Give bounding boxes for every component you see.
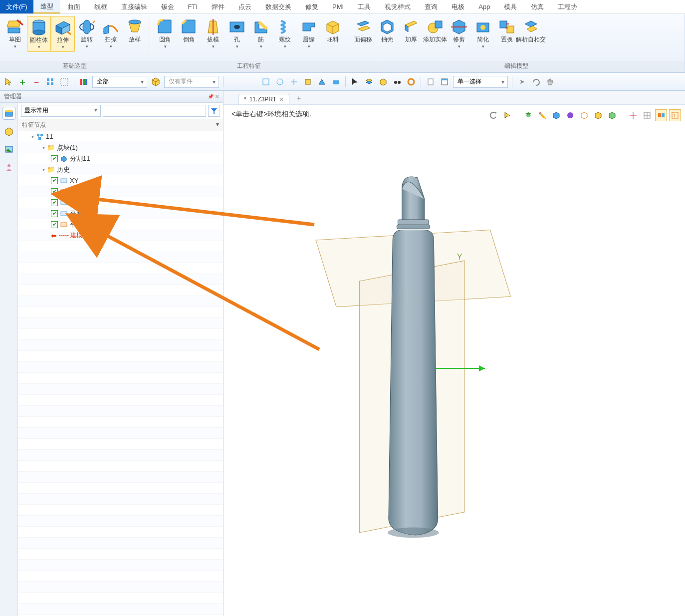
vt-layers-icon[interactable] (522, 109, 534, 121)
replace-button[interactable]: 置换 (495, 16, 519, 45)
tab-data-exchange[interactable]: 数据交换 (258, 0, 298, 13)
vt-sphere-icon[interactable] (564, 109, 576, 121)
grid-icon[interactable] (45, 76, 56, 87)
tree-plane-1[interactable]: ✔平面1 (18, 208, 223, 219)
vt-grid-icon[interactable] (641, 109, 653, 121)
tree-search-input[interactable] (103, 105, 206, 117)
checkbox-icon[interactable]: ✔ (51, 177, 58, 184)
tab-pointcloud[interactable]: 点云 (231, 0, 258, 13)
cylinder-button[interactable]: 圆柱体▾ (27, 16, 51, 52)
side-tab-box[interactable] (2, 125, 15, 138)
display-mode-dropdown[interactable]: 显示常用 (21, 105, 101, 117)
color-stack-icon[interactable] (78, 76, 89, 87)
tab-mold[interactable]: 模具 (497, 0, 524, 13)
tree-plane-xy[interactable]: ✔XY (18, 175, 223, 186)
draft-button[interactable]: 拔模▾ (201, 16, 225, 51)
revolve-button[interactable]: 旋转▾ (75, 16, 99, 51)
hole-button[interactable]: 孔▾ (225, 16, 249, 51)
tb-box2-icon[interactable] (378, 76, 389, 87)
face-offset-button[interactable]: 面偏移 (351, 16, 375, 45)
tree-root[interactable]: ▾11 (18, 131, 223, 142)
checkbox-icon[interactable]: ✔ (51, 155, 58, 162)
tb-page-icon[interactable] (425, 76, 436, 87)
add-solid-button[interactable]: 添加实体 (423, 16, 447, 45)
tb-sunglasses-icon[interactable] (392, 76, 403, 87)
tree-folder-history[interactable]: ▾📁历史 (18, 164, 223, 175)
vt-box-green-icon[interactable] (606, 109, 618, 121)
tab-sheetmetal[interactable]: 钣金 (154, 0, 181, 13)
trim-button[interactable]: 修剪▾ (447, 16, 471, 51)
cursor-icon[interactable] (3, 76, 14, 87)
vt-cursor-icon[interactable] (501, 109, 513, 121)
vt-pencil-icon[interactable]: ✏️ (536, 109, 548, 121)
resolve-self-intersection-button[interactable]: 解析自相交 (519, 16, 543, 45)
vt-wireframe-icon[interactable] (578, 109, 590, 121)
simplify-button[interactable]: 简化▾ (471, 16, 495, 51)
tb-misc3-icon[interactable] (288, 76, 299, 87)
tab-shape[interactable]: 造型 (33, 0, 60, 13)
tab-weldment[interactable]: 焊件 (205, 0, 231, 13)
tab-repair[interactable]: 修复 (298, 0, 325, 13)
close-tab-icon[interactable]: ✕ (279, 96, 284, 103)
tab-direct-edit[interactable]: 直接编辑 (114, 0, 154, 13)
tb-misc6-icon[interactable] (330, 76, 341, 87)
vt-datum2-icon[interactable]: 1 (669, 109, 681, 121)
single-select-dropdown[interactable]: 单一选择 (453, 76, 508, 88)
tab-electrode[interactable]: 电极 (445, 0, 471, 13)
vt-box-gold-icon[interactable] (592, 109, 604, 121)
select-box-icon[interactable] (59, 76, 70, 87)
fillet-button[interactable]: 圆角▾ (153, 16, 177, 51)
tree-folder-pointblock[interactable]: ▾📁点块(1) (18, 142, 223, 153)
tab-wireframe[interactable]: 线框 (87, 0, 114, 13)
checkbox-icon[interactable]: ✔ (51, 199, 58, 206)
tree-plane-xz[interactable]: ✔XZ (18, 186, 223, 197)
tb-cursor2-icon[interactable] (350, 76, 361, 87)
vt-undo-icon[interactable] (487, 109, 499, 121)
vt-box-blue-icon[interactable] (550, 109, 562, 121)
file-menu[interactable]: 文件(F) (0, 0, 33, 13)
thread-button[interactable]: 螺纹▾ (273, 16, 297, 51)
extrude-button[interactable]: 拉伸▾ (51, 16, 75, 52)
sweep-button[interactable]: 扫掠▾ (99, 16, 123, 51)
side-tab-image[interactable] (2, 143, 15, 156)
shell-button[interactable]: 抽壳 (375, 16, 399, 45)
tb-misc5-icon[interactable] (316, 76, 327, 87)
pin-icon[interactable]: 📌 ✕ (208, 94, 219, 99)
tab-visual-style[interactable]: 视觉样式 (378, 0, 418, 13)
tb-misc4-icon[interactable] (302, 76, 313, 87)
loft-button[interactable]: 放样 (123, 16, 147, 45)
viewport-canvas[interactable]: Y (224, 121, 685, 616)
tab-query[interactable]: 查询 (418, 0, 445, 13)
vt-origin-icon[interactable] (627, 109, 639, 121)
checkbox-icon[interactable]: ✔ (51, 188, 58, 195)
filter-all-dropdown[interactable]: 全部 (92, 76, 147, 88)
tab-engineering[interactable]: 工程协 (551, 0, 584, 13)
sketch-button[interactable]: 草图▾ (3, 16, 27, 51)
tree-plane-2[interactable]: ✔平面2 (18, 219, 223, 230)
tb-hand-icon[interactable] (544, 76, 555, 87)
vt-datum-icon[interactable] (655, 109, 667, 121)
filter-button[interactable] (208, 105, 220, 117)
add-tab-button[interactable]: ＋ (292, 92, 305, 104)
side-tab-person[interactable] (2, 161, 15, 174)
chamfer-button[interactable]: 倒角 (177, 16, 201, 45)
tab-surface[interactable]: 曲面 (60, 0, 87, 13)
tab-app[interactable]: App (471, 0, 497, 13)
tb-gear-icon[interactable] (406, 76, 417, 87)
tb-rotate-icon[interactable] (530, 76, 541, 87)
add-icon[interactable]: ＋ (17, 76, 28, 87)
rib-button[interactable]: 筋▾ (249, 16, 273, 51)
checkbox-icon[interactable]: ✔ (51, 210, 58, 217)
section-collapse-icon[interactable]: ▾ (216, 121, 219, 129)
thicken-button[interactable]: 加厚 (399, 16, 423, 45)
remove-icon[interactable]: － (31, 76, 42, 87)
tree-item-split[interactable]: ✔分割11 (18, 153, 223, 164)
tb-layer-icon[interactable] (364, 76, 375, 87)
document-tab[interactable]: * 11.Z3PRT ✕ (238, 94, 289, 104)
tab-simulation[interactable]: 仿真 (524, 0, 551, 13)
tab-pmi[interactable]: PMI (325, 0, 351, 13)
tab-tools[interactable]: 工具 (351, 0, 378, 13)
checkbox-icon[interactable]: ✔ (51, 221, 58, 228)
parts-only-dropdown[interactable]: 仅有零件 (164, 76, 219, 88)
tb-window-icon[interactable] (439, 76, 450, 87)
